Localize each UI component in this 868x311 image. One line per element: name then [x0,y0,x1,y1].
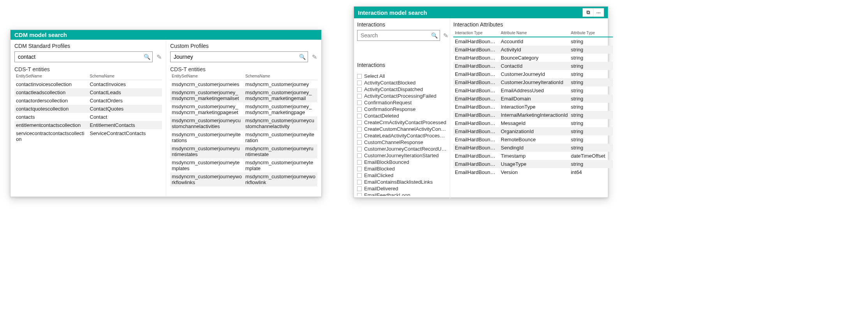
table-row[interactable]: contactquotescollectionContactQuotes [14,105,162,113]
list-item[interactable]: EmailFeedbackLoop [357,192,447,196]
table-row[interactable]: msdyncrm_customerjourneiesmsdyncrm_custo… [170,80,317,88]
table-row[interactable]: EmailHardBouncedSendingIdstring [453,144,613,152]
table-row[interactable]: EmailHardBouncedAccountIdstring [453,37,613,46]
cell-entitysetname: msdyncrm_customerjourneyruntimestates [170,144,244,158]
list-item[interactable]: EmailDelivered [357,185,447,192]
cell-entitysetname: contactinvoicescollection [14,80,88,88]
table-row[interactable]: entitlementcontactscollectionEntitlement… [14,121,162,129]
list-item[interactable]: CustomerJourneyIterationStarted [357,152,447,159]
cell-attribute-name: CustomerJourneyId [499,70,569,78]
list-item-label: ActivityContactDispatched [364,86,423,92]
list-item[interactable]: ActivityContactProcessingFailed [357,93,447,99]
table-row[interactable]: msdyncrm_customerjourneyworkflowlinksmsd… [170,172,317,186]
checkbox[interactable] [357,74,362,79]
clear-search-icon[interactable]: ✎ [311,53,317,61]
table-row[interactable]: EmailHardBouncedActivityIdstring [453,46,613,54]
cell-attribute-type: string [569,119,613,127]
list-item[interactable]: Select All [357,73,447,79]
checkbox[interactable] [357,114,362,118]
table-row[interactable]: EmailHardBouncedContactIdstring [453,62,613,70]
more-options-button[interactable]: ··· [593,8,604,17]
list-item[interactable]: ConfirmationRequest [357,99,447,106]
table-row[interactable]: contactleadscollectionContactLeads [14,88,162,97]
list-item[interactable]: EmailContainsBlacklistedLinks [357,179,447,185]
table-row[interactable]: msdyncrm_customerjourneyruntimestatesmsd… [170,144,317,158]
checkbox[interactable] [357,87,362,92]
checkbox[interactable] [357,100,362,105]
table-row[interactable]: msdyncrm_customerjourney_msdyncrm_market… [170,102,317,116]
table-row[interactable]: EmailHardBouncedVersionint64 [453,168,613,176]
table-row[interactable]: EmailHardBouncedBounceCategorystring [453,54,613,62]
interactions-search-title: Interactions [357,21,447,28]
list-item[interactable]: ActivityContactBlocked [357,79,447,86]
table-row[interactable]: contactsContact [14,113,162,121]
table-row[interactable]: EmailHardBouncedMessageIdstring [453,119,613,127]
table-row[interactable]: msdyncrm_customerjourneyiterationsmsdync… [170,130,317,144]
col-attribute-type: Attribute Type [569,30,613,37]
table-row[interactable]: EmailHardBouncedInternalMarketingInterac… [453,111,613,119]
table-row[interactable]: EmailHardBouncedCustomerJourneyIdstring [453,70,613,78]
list-item[interactable]: ContactDeleted [357,112,447,119]
table-row[interactable]: EmailHardBouncedCustomerJourneyIteration… [453,78,613,86]
checkbox[interactable] [357,180,362,184]
list-item-label: ActivityContactBlocked [364,80,416,86]
table-row[interactable]: EmailHardBouncedUsageTypestring [453,160,613,168]
list-item[interactable]: EmailClicked [357,172,447,179]
table-row[interactable]: EmailHardBouncedTimestampdateTimeOffset [453,152,613,160]
cell-attribute-type: string [569,86,613,95]
table-row[interactable]: msdyncrm_customerjourney_msdyncrm_market… [170,88,317,102]
list-item[interactable]: ConfirmationResponse [357,106,447,112]
cdm-custom-search-input[interactable] [170,51,308,62]
cell-schemaname: ContactLeads [88,88,162,97]
checkbox[interactable] [357,94,362,98]
cell-attribute-name: UsageType [499,160,569,168]
clear-search-icon[interactable]: ✎ [156,53,162,61]
list-item[interactable]: CreateCustomChannelActivityContactProc..… [357,126,447,132]
cdm-custom-table-header: EntitySetName SchemaName [170,73,317,80]
checkbox[interactable] [357,107,362,112]
list-item[interactable]: CustomerJourneyContactRecordUpdated [357,146,447,152]
table-row[interactable]: servicecontractcontactscollectionService… [14,129,162,143]
focus-mode-button[interactable]: ⧉ [583,8,593,17]
checkbox[interactable] [357,127,362,132]
checkbox[interactable] [357,160,362,165]
table-row[interactable]: EmailHardBouncedOrganizationIdstring [453,127,613,135]
cell-entitysetname: msdyncrm_customerjourneies [170,80,244,88]
table-row[interactable]: contactinvoicescollectionContactInvoices [14,80,162,88]
list-item[interactable]: ActivityContactDispatched [357,86,447,93]
checkbox[interactable] [357,134,362,138]
table-row[interactable]: EmailHardBouncedEmailAddressUsedstring [453,86,613,95]
cdm-custom-subtitle: CDS-T entities [170,66,317,72]
cell-attribute-type: string [569,144,613,152]
cell-attribute-name: ContactId [499,62,569,70]
checkbox[interactable] [357,167,362,171]
checkbox[interactable] [357,173,362,178]
checkbox[interactable] [357,186,362,191]
interaction-panel-title-text: Interaction model search [358,9,427,16]
cell-schemaname: ContactOrders [88,97,162,105]
cell-attribute-name: BounceCategory [499,54,569,62]
cdm-standard-search-input[interactable] [14,51,153,62]
list-item[interactable]: EmailBlockBounced [357,159,447,165]
checkbox[interactable] [357,140,362,145]
list-item[interactable]: CustomChannelResponse [357,139,447,146]
checkbox[interactable] [357,153,362,158]
checkbox[interactable] [357,81,362,85]
table-row[interactable]: contactorderscollectionContactOrders [14,97,162,105]
table-row[interactable]: msdyncrm_customerjourneytemplatesmsdyncr… [170,158,317,172]
table-row[interactable]: EmailHardBouncedRemoteBouncestring [453,135,613,144]
table-row[interactable]: msdyncrm_customerjourneycustomchannelact… [170,116,317,130]
checkbox[interactable] [357,147,362,151]
table-row[interactable]: EmailHardBouncedEmailDomainstring [453,95,613,103]
clear-search-icon[interactable]: ✎ [443,32,448,39]
cell-attribute-name: AccountId [499,37,569,46]
checkbox[interactable] [357,193,362,196]
cell-interaction-type: EmailHardBounced [453,127,499,135]
table-row[interactable]: EmailHardBouncedInteractionTypestring [453,103,613,111]
interactions-search-input[interactable] [357,30,440,41]
list-item[interactable]: EmailBlocked [357,165,447,172]
list-item[interactable]: CreateLeadActivityContactProcessed [357,132,447,139]
list-item[interactable]: CreateCrmActivityContactProcessed [357,119,447,126]
checkbox[interactable] [357,120,362,125]
list-item-label: ConfirmationResponse [364,106,416,112]
